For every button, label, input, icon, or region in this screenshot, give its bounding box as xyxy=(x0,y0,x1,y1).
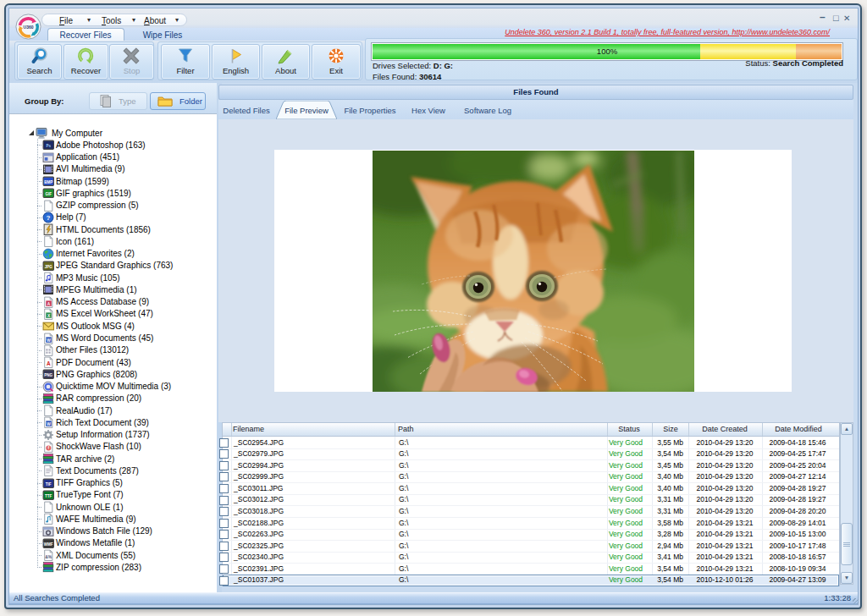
svg-text:?: ? xyxy=(47,214,51,222)
svg-text:A: A xyxy=(47,301,51,305)
svg-text:BMP: BMP xyxy=(44,180,52,184)
svg-text:WMF: WMF xyxy=(44,542,53,547)
svg-text:A: A xyxy=(47,360,51,366)
svg-text:U360: U360 xyxy=(24,25,34,30)
svg-text:&%: &% xyxy=(45,555,52,559)
svg-text:TTF: TTF xyxy=(45,493,52,498)
svg-text:Ps: Ps xyxy=(46,144,51,148)
svg-text:W: W xyxy=(47,422,51,426)
svg-text:JPG: JPG xyxy=(45,265,53,269)
svg-text:GIF: GIF xyxy=(45,192,52,196)
svg-text:TIF: TIF xyxy=(46,481,52,486)
svg-text:W: W xyxy=(47,338,51,342)
svg-text:PNG: PNG xyxy=(44,373,52,377)
